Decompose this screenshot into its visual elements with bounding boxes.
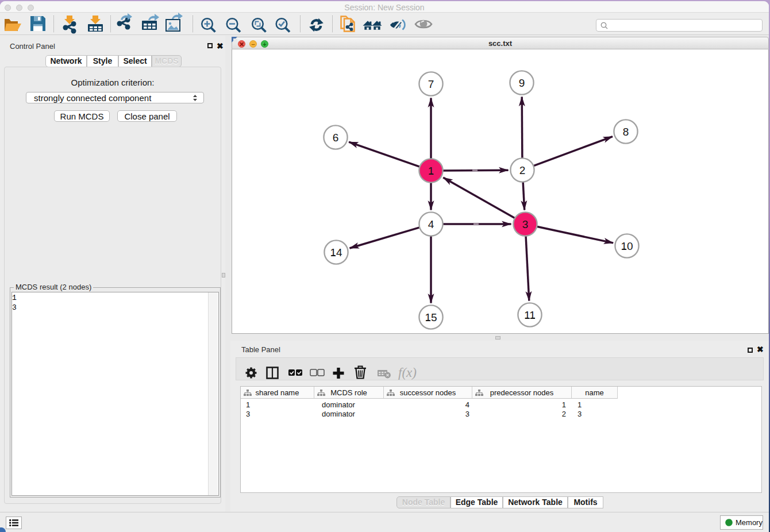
svg-text:14: 14 [330,246,342,259]
svg-text:f(x): f(x) [398,365,417,380]
svg-text:9: 9 [519,77,525,89]
svg-text:10: 10 [621,240,633,252]
svg-text:8: 8 [623,126,629,138]
svg-text:6: 6 [333,132,339,144]
svg-text:4: 4 [428,218,434,230]
svg-text:7: 7 [428,78,434,90]
svg-text:15: 15 [425,311,437,323]
svg-text:11: 11 [524,309,536,321]
svg-text:1: 1 [428,165,434,177]
svg-text:3: 3 [522,218,529,230]
svg-text:2: 2 [519,164,526,176]
